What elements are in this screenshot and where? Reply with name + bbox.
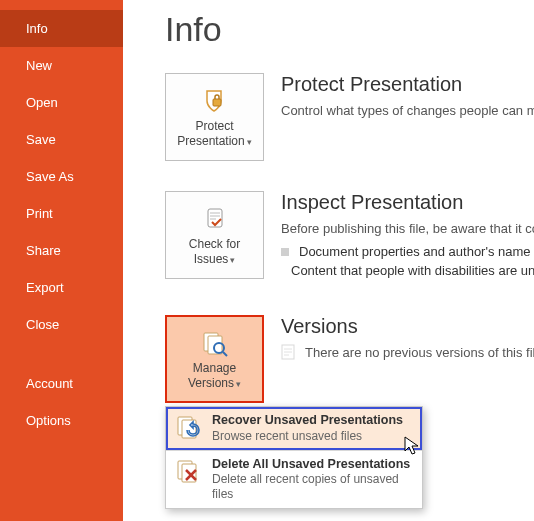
section-protect: Protect Presentation▾ Protect Presentati… xyxy=(165,73,534,165)
sidebar-item-info[interactable]: Info xyxy=(0,10,123,47)
sidebar-item-label: Save xyxy=(26,132,56,147)
bullet-icon xyxy=(281,248,289,256)
delete-document-icon xyxy=(174,457,202,485)
action-box-label: Manage xyxy=(193,361,236,375)
action-box-label: Issues xyxy=(194,252,229,266)
action-box-label: Check for xyxy=(189,237,240,251)
backstage-sidebar: Info New Open Save Save As Print Share E… xyxy=(0,0,123,521)
sidebar-item-open[interactable]: Open xyxy=(0,84,123,121)
sidebar-item-label: Info xyxy=(26,21,48,36)
sidebar-item-options[interactable]: Options xyxy=(0,402,123,439)
manage-versions-menu: Recover Unsaved Presentations Browse rec… xyxy=(165,406,423,509)
menu-item-title: Delete All Unsaved Presentations xyxy=(212,457,412,473)
sidebar-item-share[interactable]: Share xyxy=(0,232,123,269)
page-title: Info xyxy=(165,10,534,49)
action-box-label: Presentation xyxy=(177,134,244,148)
bullet-row: Content that people with disabilities ar… xyxy=(281,263,534,278)
manage-versions-button[interactable]: Manage Versions▾ xyxy=(165,315,264,403)
sidebar-item-print[interactable]: Print xyxy=(0,195,123,232)
document-icon xyxy=(281,344,295,363)
action-box-label: Versions xyxy=(188,376,234,390)
section-title: Versions xyxy=(281,315,534,338)
chevron-down-icon: ▾ xyxy=(230,255,235,265)
manage-versions-icon xyxy=(200,327,230,361)
protect-presentation-button[interactable]: Protect Presentation▾ xyxy=(165,73,264,161)
sidebar-item-label: Share xyxy=(26,243,61,258)
action-box-label: Protect xyxy=(195,119,233,133)
bullet-row: Document properties and author's name xyxy=(281,244,534,259)
sidebar-item-label: Account xyxy=(26,376,73,391)
menu-item-subtitle: Delete all recent copies of unsaved file… xyxy=(212,472,412,502)
sidebar-item-close[interactable]: Close xyxy=(0,306,123,343)
versions-empty-text: There are no previous versions of this f… xyxy=(305,344,534,362)
bullet-text: Document properties and author's name xyxy=(299,244,531,259)
menu-item-title: Recover Unsaved Presentations xyxy=(212,413,403,429)
sidebar-item-new[interactable]: New xyxy=(0,47,123,84)
check-for-issues-button[interactable]: Check for Issues▾ xyxy=(165,191,264,279)
section-desc: Before publishing this file, be aware th… xyxy=(281,220,534,238)
menu-item-subtitle: Browse recent unsaved files xyxy=(212,429,403,444)
sidebar-item-label: Options xyxy=(26,413,71,428)
sidebar-item-save[interactable]: Save xyxy=(0,121,123,158)
main-content: Info Protect Presentation▾ Protect Prese… xyxy=(123,0,534,521)
menu-item-recover-unsaved[interactable]: Recover Unsaved Presentations Browse rec… xyxy=(166,407,422,450)
sidebar-item-label: Save As xyxy=(26,169,74,184)
sidebar-item-label: Close xyxy=(26,317,59,332)
recover-document-icon xyxy=(174,413,202,441)
menu-item-delete-unsaved[interactable]: Delete All Unsaved Presentations Delete … xyxy=(166,451,422,509)
inspect-document-icon xyxy=(201,203,229,237)
sidebar-item-export[interactable]: Export xyxy=(0,269,123,306)
sidebar-item-account[interactable]: Account xyxy=(0,365,123,402)
svg-rect-0 xyxy=(213,99,221,106)
bullet-text: Content that people with disabilities ar… xyxy=(291,263,534,278)
section-versions: Manage Versions▾ Versions There are no p… xyxy=(165,315,534,515)
sidebar-item-label: New xyxy=(26,58,52,73)
svg-line-5 xyxy=(223,352,227,356)
sidebar-item-label: Open xyxy=(26,95,58,110)
shield-lock-icon xyxy=(201,85,229,119)
chevron-down-icon: ▾ xyxy=(236,379,241,389)
sidebar-item-saveas[interactable]: Save As xyxy=(0,158,123,195)
chevron-down-icon: ▾ xyxy=(247,137,252,147)
section-title: Inspect Presentation xyxy=(281,191,534,214)
section-inspect: Check for Issues▾ Inspect Presentation B… xyxy=(165,191,534,289)
section-desc: Control what types of changes people can… xyxy=(281,102,534,120)
sidebar-item-label: Print xyxy=(26,206,53,221)
section-title: Protect Presentation xyxy=(281,73,534,96)
sidebar-item-label: Export xyxy=(26,280,64,295)
